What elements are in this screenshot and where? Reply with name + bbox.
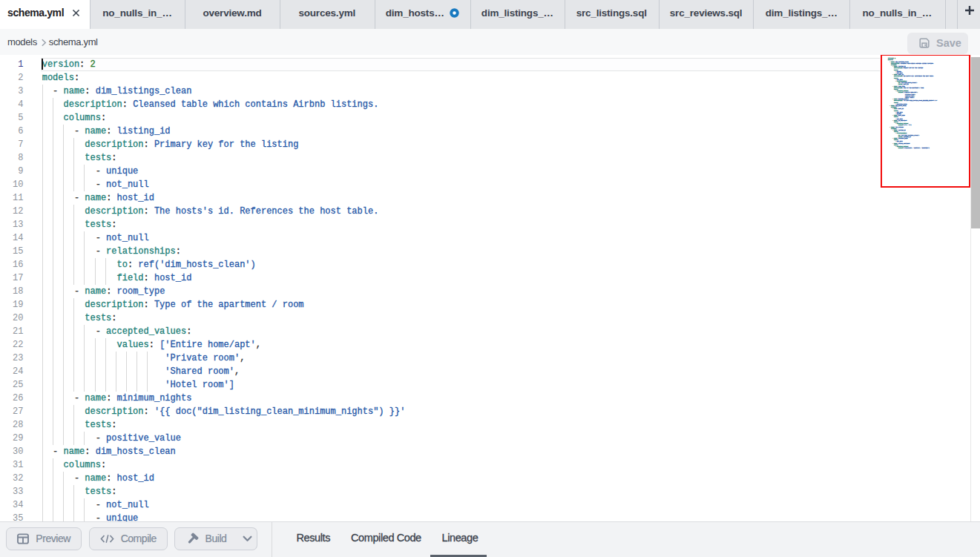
svg-text:values: ['positive', 'neutral': values: ['positive', 'neutral', 'negativ…	[888, 148, 930, 149]
svg-text:tests:: tests:	[888, 145, 898, 145]
svg-text:'Shared room',: 'Shared room',	[888, 96, 915, 96]
svg-text:tests:: tests:	[888, 122, 898, 122]
svg-text:values: ['t', 'f']: values: ['t', 'f']	[888, 125, 911, 126]
svg-text:description: The hosts's id. R: description: The hosts's id. References …	[888, 76, 934, 77]
svg-text:tests:: tests:	[888, 140, 898, 141]
svg-text:columns:: columns:	[888, 65, 897, 65]
svg-text:tests:: tests:	[888, 89, 898, 90]
svg-text:tests:: tests:	[888, 117, 898, 118]
svg-text:- unique: - unique	[888, 113, 901, 114]
svg-text:values: ['Entire home/apt',: values: ['Entire home/apt',	[888, 93, 918, 93]
svg-text:tests:: tests:	[888, 102, 898, 103]
svg-text:description: Type of the apart: description: Type of the apartment / roo…	[888, 88, 924, 88]
svg-text:'Private room',: 'Private room',	[888, 94, 915, 95]
svg-text:- relationships:: - relationships:	[888, 134, 907, 134]
svg-text:columns:: columns:	[888, 128, 897, 129]
svg-text:columns:: columns:	[888, 108, 897, 108]
svg-text:tests:: tests:	[888, 132, 898, 133]
svg-text:tests:: tests:	[888, 70, 898, 70]
svg-text:version: 2: version: 2	[888, 59, 895, 59]
svg-text:- relationships:: - relationships:	[888, 81, 907, 82]
svg-text:description: Primary key for t: description: Primary key for the listing	[888, 68, 923, 69]
svg-text:tests:: tests:	[888, 78, 898, 79]
svg-text:- unique: - unique	[888, 71, 901, 72]
svg-text:tests:: tests:	[888, 111, 898, 111]
svg-text:models:: models:	[888, 60, 893, 61]
svg-text:'Hotel room']: 'Hotel room']	[888, 97, 914, 98]
